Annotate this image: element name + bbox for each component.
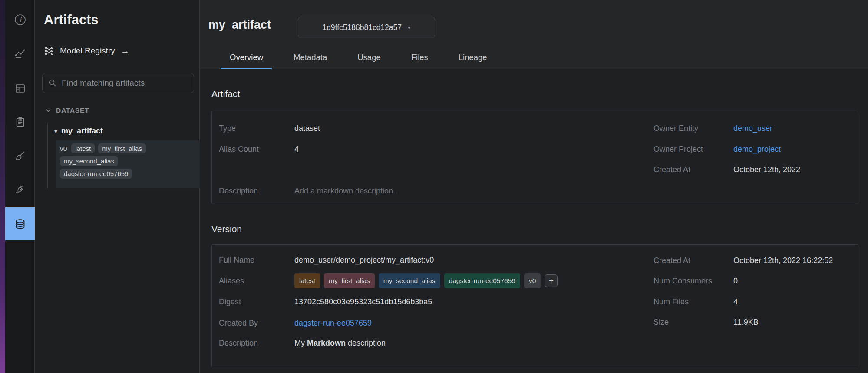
size-label: Size [653,316,733,328]
tree-guide-line [47,123,48,188]
nav-item-sweeps[interactable] [5,143,35,169]
artifact-panel: Type dataset Alias Count 4 Description A… [211,111,858,204]
created-by-row: Created By dagster-run-ee057659 [219,317,372,329]
owner-project-link[interactable]: demo_project [733,143,781,155]
brand-gradient-strip [0,0,5,373]
version-created-at-label: Created At [653,254,733,266]
tree-alias-chip: my_first_alias [98,143,146,153]
triangle-down-icon: ▾ [54,128,57,134]
version-created-at-value: October 12th, 2022 16:22:52 [733,254,833,266]
created-by-link[interactable]: dagster-run-ee057659 [294,317,372,329]
num-files-label: Num Files [653,296,733,308]
main-header: my_artifact 1d9ffc5186b81cd12a57 ▾ Overv… [200,0,868,69]
model-registry-icon [44,46,54,56]
tree-alias-chip: latest [71,143,95,153]
owner-project-label: Owner Project [653,143,733,155]
alias-count-row: Alias Count 4 [219,143,299,155]
artifact-created-at-value: October 12th, 2022 [733,163,800,176]
table-icon [14,83,26,94]
overview-content: Artifact Type dataset Alias Count 4 Desc… [200,70,868,373]
created-by-label: Created By [219,317,294,329]
alias-chip-my-first-alias: my_first_alias [324,273,375,288]
artifact-description-row: Description Add a markdown description..… [219,185,399,197]
version-created-at-row: Created At October 12th, 2022 16:22:52 [653,254,833,266]
num-consumers-row: Num Consumers 0 [653,275,738,287]
owner-entity-link[interactable]: demo_user [733,122,772,134]
alias-chip-list: latest my_first_alias my_second_alias da… [294,273,558,288]
line-chart-icon [14,48,26,60]
num-consumers-label: Num Consumers [653,275,733,287]
digest-row: Digest 13702c580c03e95323c51db15d6b3ba5 [219,296,432,308]
artifact-search-box[interactable] [42,73,194,93]
description-text: description [346,339,386,347]
search-input[interactable] [62,78,188,88]
tabs-row: Overview Metadata Usage Files Lineage [200,47,868,69]
version-description-row: Description My Markdown description [219,337,386,349]
tree-version-line-3: dagster-run-ee057659 [60,169,195,179]
add-alias-button[interactable]: + [545,274,558,287]
model-registry-link[interactable]: Model Registry → [44,46,129,56]
sweeps-brush-icon [14,150,26,162]
owner-entity-label: Owner Entity [653,122,733,134]
tab-lineage[interactable]: Lineage [450,47,496,69]
size-value: 11.9KB [733,316,759,328]
full-name-row: Full Name demo_user/demo_project/my_arti… [219,254,434,266]
tree-alias-chip: my_second_alias [60,156,118,166]
artifacts-page: i [0,0,868,373]
aliases-label: Aliases [219,275,294,287]
tree-group-dataset[interactable]: DATASET [45,107,89,114]
tab-metadata[interactable]: Metadata [285,47,336,69]
tree-group-label: DATASET [56,107,89,114]
caret-down-icon: ▾ [408,24,411,31]
launch-rocket-icon [14,184,26,196]
full-name-label: Full Name [219,254,294,266]
aliases-row: Aliases latest my_first_alias my_second_… [219,273,558,288]
tree-version-line-1: v0 latest my_first_alias [60,143,195,153]
tree-version-label: v0 [60,145,67,153]
info-icon: i [14,14,26,26]
tree-node-my-artifact[interactable]: ▾ my_artifact [54,127,103,136]
nav-item-artifacts[interactable] [5,207,35,240]
artifacts-sidebar: Artifacts Model Registry → [35,0,200,373]
page-title: my_artifact [208,18,271,32]
artifact-section-heading: Artifact [211,89,240,99]
alias-chip-dagster-run: dagster-run-ee057659 [444,273,520,288]
svg-text:i: i [19,16,22,23]
tab-overview[interactable]: Overview [221,47,272,69]
nav-item-reports[interactable] [5,109,35,135]
full-name-value: demo_user/demo_project/my_artifact:v0 [294,254,434,266]
search-icon [48,78,57,88]
owner-entity-row: Owner Entity demo_user [653,122,772,134]
tree-alias-chip: dagster-run-ee057659 [60,169,132,179]
alias-count-value: 4 [294,143,299,155]
artifact-type-row: Type dataset [219,122,320,134]
arrow-right-icon: → [121,46,129,56]
alias-chip-latest: latest [294,273,320,288]
tab-usage[interactable]: Usage [349,47,389,69]
type-value: dataset [294,122,320,134]
version-description-label: Description [219,337,294,349]
chevron-down-icon [45,107,52,114]
artifact-created-at-label: Created At [653,163,733,176]
description-bold-text: Markdown [307,339,346,347]
alias-count-label: Alias Count [219,143,294,155]
tab-files[interactable]: Files [403,47,437,69]
version-section-heading: Version [211,224,242,234]
owner-project-row: Owner Project demo_project [653,143,781,155]
version-panel: Full Name demo_user/demo_project/my_arti… [211,244,858,367]
version-select-dropdown[interactable]: 1d9ffc5186b81cd12a57 ▾ [298,17,435,38]
digest-label: Digest [219,296,294,308]
type-label: Type [219,122,294,134]
tree-version-item-selected[interactable]: v0 latest my_first_alias my_second_alias… [56,140,200,188]
nav-item-launch[interactable] [5,177,35,203]
nav-item-charts[interactable] [5,40,35,67]
num-consumers-value: 0 [733,275,738,287]
digest-value: 13702c580c03e95323c51db15d6b3ba5 [294,296,432,308]
tree-version-line-2: my_second_alias [60,156,195,166]
nav-item-tables[interactable] [5,75,35,101]
sidebar-title: Artifacts [44,12,99,28]
version-id: 1d9ffc5186b81cd12a57 [322,23,402,32]
description-label: Description [219,185,294,197]
nav-item-info[interactable]: i [5,7,35,33]
description-placeholder[interactable]: Add a markdown description... [294,185,399,197]
